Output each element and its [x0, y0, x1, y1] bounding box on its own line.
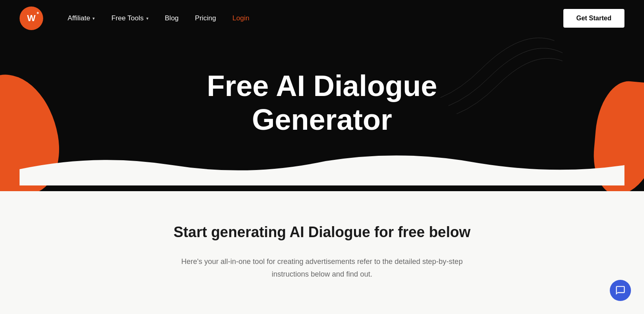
logo[interactable]: W — [20, 7, 43, 30]
chevron-down-icon: ▾ — [92, 16, 95, 21]
content-subtitle: Start generating AI Dialogue for free be… — [20, 224, 624, 241]
chat-support-button[interactable] — [610, 280, 631, 301]
logo-text: W — [27, 13, 36, 24]
hero-wave — [20, 153, 624, 185]
navbar: W Affiliate ▾ Free Tools ▾ Blog Pricing … — [0, 0, 644, 37]
nav-links: Affiliate ▾ Free Tools ▾ Blog Pricing Lo… — [68, 14, 563, 22]
chat-icon — [615, 285, 626, 296]
nav-pricing[interactable]: Pricing — [195, 14, 216, 22]
chevron-down-icon: ▾ — [146, 16, 149, 21]
content-description: Here's your all-in-one tool for creating… — [163, 255, 481, 280]
content-section: Start generating AI Dialogue for free be… — [0, 191, 644, 305]
nav-login[interactable]: Login — [233, 14, 250, 22]
hero-section: Free AI Dialogue Generator — [0, 37, 644, 191]
nav-free-tools[interactable]: Free Tools ▾ — [111, 14, 148, 22]
nav-affiliate[interactable]: Affiliate ▾ — [68, 14, 95, 22]
get-started-button[interactable]: Get Started — [563, 9, 624, 28]
nav-blog[interactable]: Blog — [165, 14, 179, 22]
hero-title: Free AI Dialogue Generator — [180, 69, 465, 137]
